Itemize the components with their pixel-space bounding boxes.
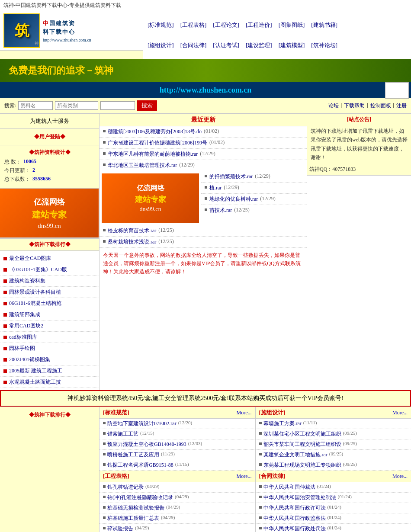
latest-link-7[interactable]: 地绿化的优良树种.rar — [209, 195, 258, 203]
bullet-icon — [3, 302, 7, 305]
latest-link-5[interactable]: 的扦插繁殖技术.rar — [209, 173, 253, 180]
latest-link-3[interactable]: 华东地区几种有前景的耐荫地被植物.rar — [108, 151, 198, 158]
nav-tujizhuzi[interactable]: [图集图纸] — [279, 21, 305, 29]
bullet-icon — [259, 442, 262, 445]
list-item: 钻(冲)孔灌注桩隐蔽验收记录 (04/29) — [100, 493, 255, 503]
bz-link-4[interactable]: 喷粉桩施工工艺及应用 — [107, 451, 159, 458]
hetong-col: [合同法律] More... 中华人民共和国仲裁法 (01/24) 中华人民共和… — [256, 471, 411, 532]
notice-title: [站点公告] — [309, 116, 409, 123]
nav-hetong[interactable]: [合同法律] — [180, 42, 207, 49]
latest-link-10[interactable]: 桑树栽培技术浅说.rar — [108, 238, 156, 246]
bz-link-5[interactable]: 钻探工程名词术语GB9151-88 — [107, 461, 173, 469]
latest-list: 穗建筑[2003]106及穗建劳办[2003]13号.do (01/02) 广东… — [100, 126, 307, 248]
gb-link-1[interactable]: 钻孔桩钻进记录 — [107, 484, 144, 491]
gb-link-5[interactable]: 碎试验报告 — [107, 525, 133, 532]
biaozhun-more[interactable]: More... — [237, 410, 252, 416]
sz-link-4[interactable]: 某建筑企业文明工地措施.rar — [263, 451, 328, 458]
list-item: 防空地下室建筑设计07FJ02.rar (12/20) — [100, 419, 255, 429]
sidebar-ad[interactable]: 亿流网络 建站专家 dns99.cn — [0, 189, 99, 238]
ranking-link-11[interactable]: 2005最新 建筑工程施工 — [9, 367, 62, 375]
search-button[interactable]: 搜索 — [137, 100, 157, 111]
latest-link-9[interactable]: 栓皮栎的育苗技术.rar — [108, 227, 156, 234]
ranking-link-6[interactable]: 建筑细部集成 — [9, 311, 40, 318]
latest-link-2[interactable]: 广东省建设工程计价依据穗建筑[2006]199号 — [108, 139, 207, 147]
bullet-icon — [3, 279, 7, 283]
download-help-link[interactable]: 下载帮助 — [344, 102, 365, 109]
bullet-icon — [103, 141, 106, 144]
bz-link-2[interactable]: 锚索施工工艺 — [107, 430, 138, 438]
notice-qq: 筑神QQ：407571833 — [309, 166, 409, 173]
nav-jianli[interactable]: [建设监理] — [246, 42, 272, 49]
bottom-left-spacer: ◆筑神下载排行◆ — [0, 407, 100, 532]
notice-box: [站点公告] 筑神的下载地址增加了讯雷下载地址，如果你安装了讯雷的web版本的，… — [307, 114, 411, 176]
sz-link-5[interactable]: 东莞某工程现场文明施工专项组织 — [263, 461, 341, 469]
ht-link-3[interactable]: 中华人民共和国行政许可法 — [263, 504, 326, 512]
nav-shizu[interactable]: [施组设计] — [148, 42, 174, 49]
list-item: 锚索施工工艺 (12/15) — [100, 429, 255, 439]
list-item: 建筑构造资料集 — [0, 276, 99, 287]
ranking-link-10[interactable]: 2002J401钢梯图集 — [9, 356, 50, 363]
nav-shujizhuzi[interactable]: [建筑书籍] — [311, 21, 337, 29]
center-ad[interactable]: 亿流网络 建站专家 dns99.cn — [102, 173, 199, 223]
bullet-icon — [259, 506, 262, 509]
ranking-link-8[interactable]: cad标准图库 — [9, 333, 37, 341]
bottom-ranking-title: ◆筑神下载排行◆ — [2, 409, 97, 421]
left-sidebar: 为建筑人士服务 ◆用户登陆◆ ◆筑神资料统计◆ 总 数： 10065 今日更新：… — [0, 114, 100, 390]
ranking-link-5[interactable]: 06G101-6混凝土结构施 — [9, 300, 61, 307]
ranking-link-3[interactable]: 建筑构造资料集 — [9, 277, 45, 285]
bz-link-3[interactable]: 预应力混凝土空心板GB14040-1993 — [107, 441, 186, 448]
sz-link-2[interactable]: 深圳某住宅小区工程文明施工组织 — [263, 430, 341, 438]
bullet-icon — [3, 257, 7, 260]
sz-link-1[interactable]: 幕墙施工方案.rar — [263, 420, 302, 427]
ht-link-5[interactable]: 中华人民共和国行政处罚法 — [263, 525, 326, 532]
ranking-link-4[interactable]: 园林景观设计各科目植 — [9, 288, 61, 296]
nav-zaojia[interactable]: [工程造价] — [246, 21, 272, 29]
bullet-icon — [259, 432, 262, 435]
page-title-bar: 筑神-中国建筑资料下载中心-专业提供建筑资料下载 — [0, 0, 411, 11]
gb-link-2[interactable]: 钻(冲)孔灌注桩隐蔽验收记录 — [107, 494, 173, 501]
bullet-icon — [259, 485, 262, 488]
search-name-input[interactable] — [18, 101, 53, 110]
latest-link-6[interactable]: 植.rar — [209, 184, 222, 192]
nav-biaozhun[interactable]: [标准规范] — [148, 21, 174, 29]
nav-luntan[interactable]: [筑神论坛] — [311, 42, 337, 49]
ht-link-4[interactable]: 中华人民共和国行政监察法 — [263, 515, 326, 522]
control-panel-link[interactable]: 控制面板 — [370, 102, 391, 109]
nav-gongbiao[interactable]: [工程表格] — [180, 21, 207, 29]
latest-link-1[interactable]: 穗建筑[2003]106及穗建劳办[2003]13号.do — [108, 128, 202, 135]
ranking-link-12[interactable]: 水泥混凝土路面施工技 — [9, 378, 61, 386]
bullet-icon — [205, 197, 207, 200]
sz-link-3[interactable]: 韶关市某车间工程文明施工组织设 — [263, 441, 341, 448]
nav-moxing[interactable]: [建筑模型] — [279, 42, 305, 49]
nav-renzheng[interactable]: [认证考试] — [213, 42, 239, 49]
ranking-link-2[interactable]: 《03G101-1图集》CAD版 — [9, 266, 67, 273]
latest-link-4[interactable]: 华北地区玉兰栽培管理技术.rar — [108, 162, 177, 169]
ht-link-2[interactable]: 中华人民共和国治安管理处罚法 — [263, 494, 336, 501]
ranking-link-9[interactable]: 园林手绘图 — [9, 345, 35, 352]
search-keyword-input[interactable] — [100, 101, 135, 110]
sidebar-service-title: 为建筑人士服务 — [0, 114, 99, 129]
register-link[interactable]: 注册 — [396, 102, 407, 109]
forum-link[interactable]: 论坛 — [328, 102, 339, 109]
latest-link-8[interactable]: 苗技术.rar — [209, 207, 232, 214]
gb-link-3[interactable]: 桩基础无损检测试验报告 — [107, 504, 164, 512]
bullet-icon — [3, 358, 7, 362]
ht-link-1[interactable]: 中华人民共和国仲裁法 — [263, 484, 315, 491]
stats-today-value: 2 — [32, 167, 35, 174]
shizu-more[interactable]: More... — [392, 410, 408, 416]
list-item: 预应力混凝土空心板GB14040-1993 (12/03) — [100, 439, 255, 450]
list-item: cad标准图库 — [0, 332, 99, 343]
date-6: (12/29) — [224, 184, 239, 191]
search-type-input[interactable] — [55, 101, 98, 110]
ranking-link-7[interactable]: 常用CAD图块2 — [9, 322, 43, 330]
gongbiao-more[interactable]: More... — [237, 473, 252, 480]
nav-gonglun[interactable]: [工程论文] — [213, 21, 239, 29]
bz-link-1[interactable]: 防空地下室建筑设计07FJ02.rar — [107, 420, 177, 427]
bullet-icon — [103, 130, 106, 132]
gb-link-4[interactable]: 桩基础施工质量汇总表 — [107, 515, 159, 522]
stats-today-label: 今日更新： — [4, 167, 30, 174]
bullet-icon — [205, 175, 207, 177]
hetong-more[interactable]: More... — [392, 473, 408, 480]
ranking-link-1[interactable]: 最全最全CAD图库 — [9, 255, 51, 262]
list-item: 2002J401钢梯图集 — [0, 354, 99, 365]
